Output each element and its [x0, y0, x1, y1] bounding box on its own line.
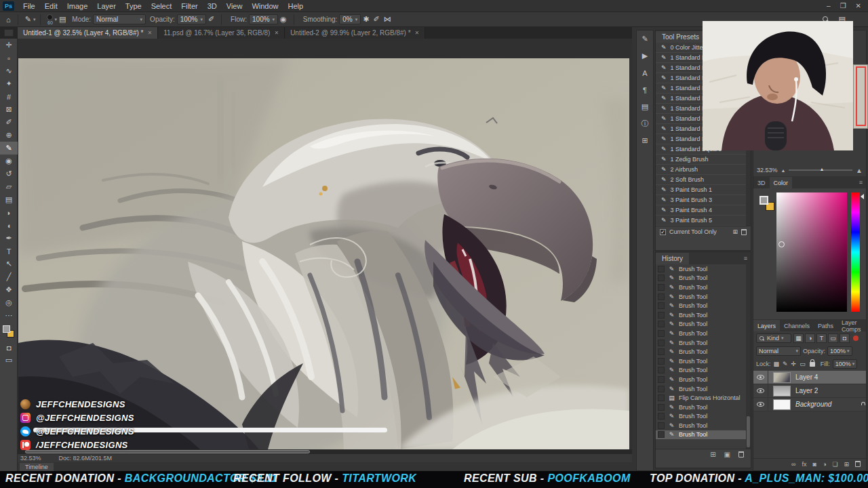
close-icon[interactable]: ✕	[415, 30, 420, 36]
menu-image[interactable]: Image	[62, 2, 93, 10]
history-state[interactable]: ✎Brush Tool	[656, 403, 751, 412]
panel-menu-icon[interactable]: ≡	[856, 179, 866, 186]
new-layer-icon[interactable]: ⊞	[844, 461, 849, 468]
brush-settings-icon[interactable]: ✎	[637, 30, 653, 47]
layer-visibility-cell[interactable]	[753, 384, 768, 397]
history-snapshot-well[interactable]	[658, 330, 665, 337]
gradient-tool[interactable]: ▤	[0, 193, 18, 206]
document-tab[interactable]: 11.psd @ 16.7% (Layer 36, RGB/8)✕	[158, 27, 285, 39]
tab-overflow-icon[interactable]	[4, 29, 14, 37]
menu-type[interactable]: Type	[121, 2, 146, 10]
tab-3d[interactable]: 3D	[753, 177, 770, 188]
dodge-tool[interactable]: ◖	[0, 219, 18, 232]
history-snapshot-well[interactable]	[658, 413, 665, 420]
brush-tool[interactable]: ✎	[0, 142, 18, 155]
eye-icon[interactable]	[757, 375, 764, 380]
tab-channels[interactable]: Channels	[780, 320, 814, 331]
layer-opacity-select[interactable]: 100% ▾	[827, 346, 852, 356]
notes-panel-icon[interactable]: ▤	[637, 98, 653, 115]
filter-icon[interactable]: ▦	[793, 333, 804, 343]
zoom-slider[interactable]: ▲	[789, 169, 852, 171]
document-tab[interactable]: Untitled-2 @ 99.9% (Layer 2, RGB/8#) *✕	[285, 27, 425, 39]
pressure-size-icon[interactable]: ✐	[372, 15, 382, 24]
kind-filter-select[interactable]: Kind ▾	[756, 333, 791, 343]
layer-thumbnail[interactable]	[773, 399, 791, 410]
clone-stamp-tool[interactable]: ◉	[0, 155, 18, 167]
zoom-in-icon[interactable]: ▲	[856, 167, 863, 174]
tab-tool-presets[interactable]: Tool Presets	[656, 31, 705, 43]
eraser-tool[interactable]: ▱	[0, 180, 18, 193]
saturation-brightness-field[interactable]	[776, 192, 847, 312]
menu-edit[interactable]: Edit	[40, 2, 62, 10]
history-state[interactable]: ✎Brush Tool	[656, 357, 751, 366]
history-state[interactable]: ✎Brush Tool	[656, 329, 751, 338]
filter-icon[interactable]: ◑	[805, 333, 815, 343]
close-icon[interactable]: ✕	[274, 30, 279, 36]
tool-preset-item[interactable]: ✎3 Paint Brush 3	[656, 195, 751, 205]
foreground-color-swatch[interactable]	[760, 196, 768, 205]
layer-visibility-cell[interactable]	[753, 398, 768, 411]
libraries-panel-icon[interactable]: ⊞	[637, 132, 653, 149]
history-brush-tool[interactable]: ↺	[0, 167, 18, 180]
tool-preset-item[interactable]: ✎1 Zedig Brush	[656, 155, 751, 165]
quick-selection-tool[interactable]: ✦	[0, 77, 18, 90]
tab-color[interactable]: Color	[770, 177, 793, 188]
new-group-icon[interactable]: ❏	[832, 461, 837, 468]
zoom-slider-thumb[interactable]: ▲	[819, 167, 824, 171]
history-snapshot-well[interactable]	[658, 293, 665, 300]
current-tool-only-label[interactable]: Current Tool Only	[669, 228, 717, 235]
history-state[interactable]: ✎Brush Tool	[656, 430, 751, 440]
tool-preset-item[interactable]: ✎3 Paint Brush 1	[656, 185, 751, 195]
lock-option-icon[interactable]: ✎	[783, 361, 788, 367]
menu-select[interactable]: Select	[146, 2, 177, 10]
color-swatches[interactable]	[0, 323, 18, 341]
history-state[interactable]: ✎Brush Tool	[656, 310, 751, 320]
frame-tool[interactable]: ⊠	[0, 103, 18, 116]
menu-3d[interactable]: 3D	[203, 2, 222, 10]
adjustment-layer-icon[interactable]: ◑	[823, 461, 826, 468]
hand-tool[interactable]: ❖	[0, 283, 18, 296]
symmetry-icon[interactable]: ⋈	[382, 15, 393, 24]
history-snapshot-well[interactable]	[658, 348, 665, 355]
tab-timeline[interactable]: Timeline	[20, 463, 54, 471]
lock-option-icon[interactable]: ▩	[774, 361, 780, 367]
history-snapshot-well[interactable]	[658, 340, 665, 346]
lock-option-icon[interactable]: ▭	[800, 361, 806, 367]
line-tool[interactable]: ╱	[0, 270, 18, 283]
navigator-zoom-value[interactable]: 32.53%	[757, 167, 778, 174]
brush-preset-picker[interactable]: 60	[47, 14, 53, 25]
history-snapshot-well[interactable]	[658, 266, 665, 272]
layer-visibility-cell[interactable]	[753, 371, 768, 384]
history-state[interactable]: ✎Brush Tool	[656, 320, 751, 329]
healing-brush-tool[interactable]: ⊕	[0, 129, 18, 142]
history-state[interactable]: ✎Brush Tool	[656, 338, 751, 348]
tool-preset-item[interactable]: ✎3 Paint Brush 4	[656, 205, 751, 216]
marquee-tool[interactable]: ▫	[0, 52, 18, 64]
smoothing-select[interactable]: 0% ▾	[339, 14, 361, 24]
filter-icon[interactable]: ▭	[828, 333, 838, 343]
history-snapshot-well[interactable]	[658, 386, 665, 392]
type-tool[interactable]: T	[0, 245, 18, 258]
artwork-griffin-painting[interactable]	[18, 58, 629, 449]
delete-layer-trash-icon[interactable]	[855, 461, 861, 467]
history-snapshot-well[interactable]	[658, 404, 665, 411]
crop-tool[interactable]: #	[0, 90, 18, 103]
menu-file[interactable]: File	[18, 2, 40, 10]
foreground-color-swatch[interactable]	[3, 325, 10, 333]
new-snapshot-icon[interactable]: ▣	[724, 451, 730, 458]
tab-history[interactable]: History	[656, 253, 689, 264]
blend-mode-select[interactable]: Normal ▾	[756, 346, 801, 356]
status-zoom-level[interactable]: 32.53%	[20, 455, 41, 462]
menu-help[interactable]: Help	[283, 2, 309, 10]
fill-select[interactable]: 100% ▾	[833, 359, 858, 369]
airbrush-icon[interactable]: ◉	[278, 15, 289, 24]
opacity-select[interactable]: 100% ▾	[177, 14, 206, 24]
link-layers-icon[interactable]: ∞	[791, 461, 795, 468]
history-state[interactable]: ▤Flip Canvas Horizontal	[656, 393, 751, 403]
history-state[interactable]: ✎Brush Tool	[656, 264, 751, 274]
path-selection-tool[interactable]: ↖	[0, 258, 18, 270]
close-button[interactable]: ✕	[856, 2, 861, 9]
layer-effects-icon[interactable]: fx	[802, 461, 806, 468]
tab-paths[interactable]: Paths	[814, 320, 837, 331]
history-snapshot-well[interactable]	[658, 274, 665, 281]
